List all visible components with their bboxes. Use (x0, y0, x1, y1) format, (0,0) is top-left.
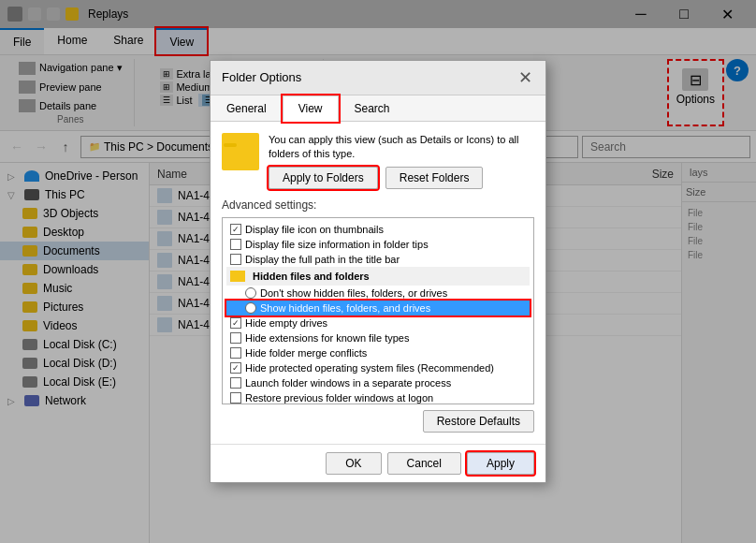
modal-title-bar: Folder Options ✕ (211, 61, 545, 95)
ok-button[interactable]: OK (326, 452, 381, 475)
checkbox-hideprotected[interactable] (230, 362, 241, 374)
adv-item-hidemerge[interactable]: Hide folder merge conflicts (226, 345, 530, 360)
adv-item-filesize[interactable]: Display file size information in folder … (226, 237, 530, 252)
adv-label-filesize: Display file size information in folder … (245, 239, 429, 250)
checkbox-fullpath[interactable] (230, 254, 241, 265)
adv-label-dontshow: Don't show hidden files, folders, or dri… (260, 287, 447, 299)
svg-rect-1 (224, 143, 237, 147)
checkbox-hideempty[interactable] (230, 317, 241, 329)
tab-search[interactable]: Search (339, 95, 406, 122)
adv-section-hidden: Hidden files and folders (226, 267, 530, 286)
adv-item-hideext[interactable]: Hide extensions for known file types (226, 330, 530, 345)
svg-rect-0 (224, 145, 255, 166)
adv-item-launchseparate[interactable]: Launch folder windows in a separate proc… (226, 375, 530, 390)
adv-item-fullpath[interactable]: Display the full path in the title bar (226, 252, 530, 267)
radio-showhidden[interactable] (245, 302, 256, 314)
modal-close-button[interactable]: ✕ (516, 68, 534, 87)
adv-item-hideprotected[interactable]: Hide protected operating system files (R… (226, 360, 530, 375)
advanced-section: Advanced settings: Display file icon on … (222, 198, 534, 433)
checkbox-hideext[interactable] (230, 332, 241, 344)
folder-views-section: You can apply this view (such as Details… (222, 133, 534, 190)
checkbox-launchseparate[interactable] (230, 377, 241, 389)
cancel-button[interactable]: Cancel (387, 452, 461, 475)
adv-label-hideempty: Hide empty drives (245, 317, 327, 329)
modal-body: You can apply this view (such as Details… (211, 122, 545, 445)
folder-views-text-block: You can apply this view (such as Details… (269, 133, 534, 190)
adv-label-restoreprev: Restore previous folder windows at logon (245, 392, 433, 404)
adv-label-hideprotected: Hide protected operating system files (R… (245, 362, 494, 374)
adv-label-hideext: Hide extensions for known file types (245, 332, 409, 344)
reset-folders-button[interactable]: Reset Folders (385, 167, 484, 189)
adv-label-fullpath: Display the full path in the title bar (245, 254, 400, 265)
folder-views-description: You can apply this view (such as Details… (269, 133, 534, 162)
tab-view[interactable]: View (283, 95, 339, 122)
folder-icon (222, 133, 259, 170)
modal-title: Folder Options (222, 70, 301, 84)
radio-dontshow[interactable] (245, 287, 256, 299)
section-icon (230, 271, 245, 282)
adv-section-label: Hidden files and folders (253, 271, 370, 282)
modal-tabs: General View Search (211, 95, 545, 122)
apply-button[interactable]: Apply (467, 452, 534, 475)
folder-views-buttons: Apply to Folders Reset Folders (269, 167, 534, 189)
adv-label-fileicon: Display file icon on thumbnails (245, 224, 384, 235)
adv-label-launchseparate: Launch folder windows in a separate proc… (245, 377, 451, 389)
adv-item-dontshow[interactable]: Don't show hidden files, folders, or dri… (226, 286, 530, 301)
advanced-label: Advanced settings: (222, 198, 534, 212)
checkbox-fileicon[interactable] (230, 224, 241, 235)
folder-svg (224, 138, 257, 166)
adv-item-restoreprev[interactable]: Restore previous folder windows at logon (226, 390, 530, 404)
checkbox-hidemerge[interactable] (230, 347, 241, 359)
restore-defaults-button[interactable]: Restore Defaults (423, 410, 534, 433)
adv-label-showhidden: Show hidden files, folders, and drives (260, 302, 430, 314)
modal-overlay: Folder Options ✕ General View Search You… (0, 0, 756, 543)
apply-to-folders-button[interactable]: Apply to Folders (269, 167, 378, 189)
adv-item-showhidden[interactable]: Show hidden files, folders, and drives (226, 301, 530, 316)
modal-footer: OK Cancel Apply (211, 444, 545, 482)
advanced-list[interactable]: Display file icon on thumbnails Display … (222, 217, 534, 404)
adv-label-hidemerge: Hide folder merge conflicts (245, 347, 367, 359)
checkbox-restoreprev[interactable] (230, 392, 241, 404)
folder-options-dialog: Folder Options ✕ General View Search You… (210, 60, 546, 484)
adv-item-hideempty[interactable]: Hide empty drives (226, 316, 530, 330)
restore-section: Restore Defaults (222, 410, 534, 433)
tab-general[interactable]: General (211, 95, 283, 122)
adv-item-fileicon[interactable]: Display file icon on thumbnails (226, 222, 530, 237)
checkbox-filesize[interactable] (230, 239, 241, 250)
